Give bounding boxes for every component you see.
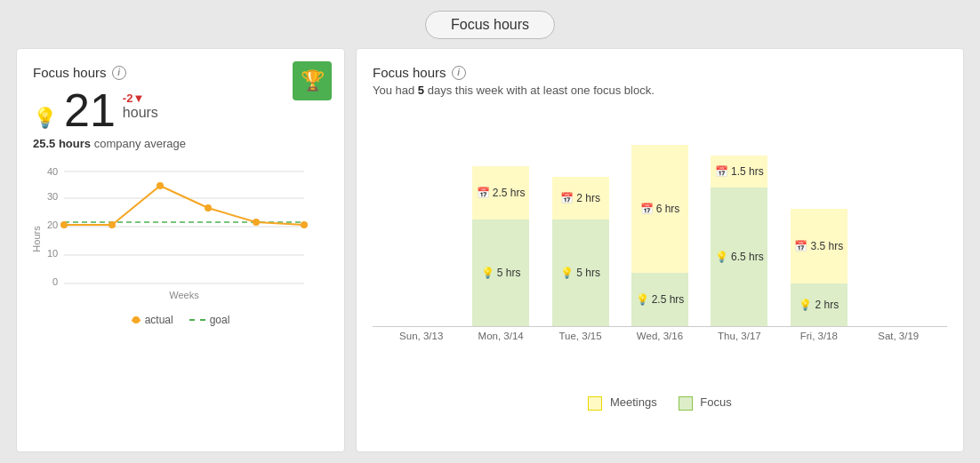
bar-stack-fri: 📅 3.5 hrs 💡 2 hrs xyxy=(788,209,850,326)
bars-row: 📅 2.5 hrs 💡 5 hrs xyxy=(373,113,947,326)
right-card-title: Focus hours i xyxy=(373,65,947,80)
svg-point-12 xyxy=(60,221,68,228)
left-card: Focus hours i 🏆 💡 21 -2▼ hours 25.5 hour… xyxy=(16,48,345,452)
focus-swatch xyxy=(679,396,693,411)
page-title: Focus hours xyxy=(425,11,555,39)
meetings-seg-fri: 📅 3.5 hrs xyxy=(791,209,847,283)
legend-goal-label: goal xyxy=(210,314,230,326)
actual-line-indicator xyxy=(132,319,141,322)
metric-unit: hours xyxy=(123,105,158,121)
main-content: Focus hours i 🏆 💡 21 -2▼ hours 25.5 hour… xyxy=(0,48,980,463)
metric-change: -2▼ hours xyxy=(123,92,158,126)
legend-focus: Focus xyxy=(679,395,732,411)
calendar-icon-tue: 📅 xyxy=(560,192,574,204)
bar-group-wed: 📅 6 hrs 💡 2.5 hrs xyxy=(620,145,699,326)
meetings-label-tue: 📅 2 hrs xyxy=(560,192,600,204)
bulb-icon-mon: 💡 xyxy=(481,267,494,279)
company-avg: 25.5 hours company average xyxy=(33,137,328,150)
focus-label-wed: 💡 2.5 hrs xyxy=(636,293,685,306)
left-title-text: Focus hours xyxy=(33,65,107,80)
bulb-icon-thu: 💡 xyxy=(715,251,728,263)
focus-value-wed: 2.5 hrs xyxy=(652,293,685,306)
goal-line-indicator xyxy=(189,319,205,321)
trophy-icon: 🏆 xyxy=(301,69,325,92)
top-bar: Focus hours xyxy=(0,0,980,48)
metric-row: 💡 21 -2▼ hours xyxy=(33,87,328,133)
meetings-value-tue: 2 hrs xyxy=(576,192,600,204)
focus-seg-fri: 💡 2 hrs xyxy=(791,283,847,326)
x-axis-labels: Sun, 3/13 Mon, 3/14 Tue, 3/15 Wed, 3/16 … xyxy=(373,331,947,341)
company-avg-suffix: company average xyxy=(94,137,186,150)
calendar-icon-wed: 📅 xyxy=(640,203,654,215)
svg-point-14 xyxy=(157,182,164,189)
legend-actual-label: actual xyxy=(145,314,173,326)
meetings-value-mon: 2.5 hrs xyxy=(493,187,526,199)
meetings-seg-wed: 📅 6 hrs xyxy=(631,145,688,273)
focus-seg-mon: 💡 5 hrs xyxy=(472,220,529,326)
metric-number: 21 xyxy=(64,87,116,133)
change-value: -2▼ xyxy=(123,92,144,105)
meetings-value-wed: 6 hrs xyxy=(656,203,680,215)
svg-text:10: 10 xyxy=(47,248,58,259)
meetings-label-fri: 📅 3.5 hrs xyxy=(794,240,843,252)
company-avg-value: 25.5 hours xyxy=(33,137,91,150)
meetings-label-wed: 📅 6 hrs xyxy=(640,203,680,215)
focus-seg-wed: 💡 2.5 hrs xyxy=(631,273,688,326)
focus-label-tue: 💡 5 hrs xyxy=(560,267,600,279)
info-icon[interactable]: i xyxy=(112,66,126,80)
subtitle-days: 5 xyxy=(418,84,424,97)
bar-stack-tue: 📅 2 hrs 💡 5 hrs xyxy=(550,177,612,326)
focus-label-mon: 💡 5 hrs xyxy=(481,267,521,279)
x-label-mon: Mon, 3/14 xyxy=(461,331,540,341)
focus-value-mon: 5 hrs xyxy=(497,267,521,279)
focus-label-fri: 💡 2 hrs xyxy=(799,299,839,311)
focus-value-thu: 6.5 hrs xyxy=(731,251,764,263)
x-axis-line xyxy=(373,326,947,327)
bar-stack-thu: 📅 1.5 hrs 💡 6.5 hrs xyxy=(708,156,770,326)
right-subtitle: You had 5 days this week with at least o… xyxy=(373,84,947,97)
subtitle-suffix: days this week with at least one focus b… xyxy=(424,84,655,97)
x-label-sat: Sat, 3/19 xyxy=(859,331,938,341)
bar-group-mon: 📅 2.5 hrs 💡 5 hrs xyxy=(461,166,540,326)
svg-text:20: 20 xyxy=(47,220,58,230)
bulb-icon-wed: 💡 xyxy=(636,293,649,306)
focus-value-tue: 5 hrs xyxy=(576,267,600,279)
focus-seg-tue: 💡 5 hrs xyxy=(552,220,609,326)
focus-value-fri: 2 hrs xyxy=(815,299,839,311)
mini-chart-svg: 0 10 20 30 40 Hours xyxy=(33,168,309,301)
meetings-seg-thu: 📅 1.5 hrs xyxy=(711,156,767,188)
legend-goal: goal xyxy=(189,314,230,326)
bar-chart-area: 📅 2.5 hrs 💡 5 hrs xyxy=(373,113,947,388)
meetings-seg-tue: 📅 2 hrs xyxy=(552,177,609,220)
bar-group-fri: 📅 3.5 hrs 💡 2 hrs xyxy=(779,209,858,326)
calendar-icon-mon: 📅 xyxy=(477,187,490,199)
trophy-badge: 🏆 xyxy=(293,61,332,100)
legend-meetings-label: Meetings xyxy=(610,395,657,409)
meetings-label-thu: 📅 1.5 hrs xyxy=(715,165,764,178)
svg-text:Hours: Hours xyxy=(33,226,42,252)
right-info-icon[interactable]: i xyxy=(452,66,466,80)
meetings-value-thu: 1.5 hrs xyxy=(731,165,764,178)
svg-point-17 xyxy=(301,221,308,228)
svg-text:Weeks: Weeks xyxy=(169,290,199,300)
x-label-fri: Fri, 3/18 xyxy=(779,331,858,341)
bulb-icon-fri: 💡 xyxy=(799,299,812,311)
meetings-value-fri: 3.5 hrs xyxy=(810,240,843,252)
svg-text:40: 40 xyxy=(47,168,58,177)
mini-chart: 0 10 20 30 40 Hours xyxy=(33,168,328,310)
right-card: Focus hours i You had 5 days this week w… xyxy=(356,48,964,452)
bar-stack-mon: 📅 2.5 hrs 💡 5 hrs xyxy=(470,166,532,326)
bulb-icon: 💡 xyxy=(33,107,57,130)
svg-text:30: 30 xyxy=(47,191,58,202)
x-label-wed: Wed, 3/16 xyxy=(620,331,699,341)
right-title-text: Focus hours xyxy=(373,65,446,80)
focus-label-thu: 💡 6.5 hrs xyxy=(715,251,764,263)
left-card-title: Focus hours i xyxy=(33,65,328,80)
svg-point-15 xyxy=(205,204,212,212)
bar-chart-legend: Meetings Focus xyxy=(373,395,947,411)
x-label-thu: Thu, 3/17 xyxy=(700,331,779,341)
meetings-label-mon: 📅 2.5 hrs xyxy=(477,187,526,199)
bar-stack-wed: 📅 6 hrs 💡 2.5 hrs xyxy=(629,145,691,326)
legend-meetings: Meetings xyxy=(588,395,656,411)
svg-text:0: 0 xyxy=(52,276,58,287)
